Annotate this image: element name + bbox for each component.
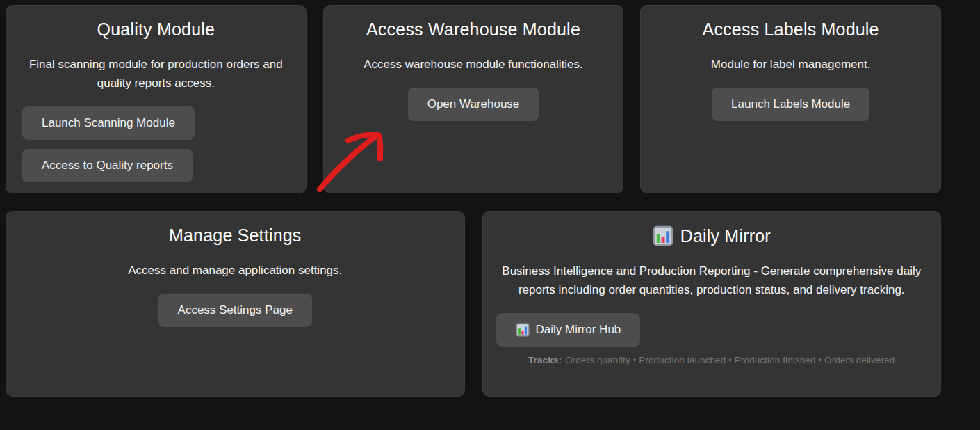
- launch-labels-module-button[interactable]: Launch Labels Module: [712, 88, 869, 121]
- card-labels-module: Access Labels Module Module for label ma…: [640, 5, 941, 193]
- warehouse-module-description: Access warehouse module functionalities.: [334, 55, 613, 74]
- module-dashboard: Quality Module Final scanning module for…: [6, 5, 941, 397]
- daily-mirror-description: Business Intelligence and Production Rep…: [493, 262, 931, 299]
- daily-mirror-hub-button[interactable]: Daily Mirror Hub: [496, 313, 641, 347]
- launch-scanning-module-button[interactable]: Launch Scanning Module: [22, 106, 195, 140]
- dashboard-row-top: Quality Module Final scanning module for…: [6, 5, 941, 193]
- daily-mirror-hub-button-label: Daily Mirror Hub: [536, 323, 621, 337]
- quality-module-buttons: Launch Scanning Module Access to Quality…: [22, 106, 295, 182]
- labels-module-description: Module for label management.: [651, 55, 930, 74]
- card-quality-module: Quality Module Final scanning module for…: [6, 5, 307, 193]
- quality-module-description: Final scanning module for production ord…: [17, 55, 295, 93]
- daily-mirror-title-text: Daily Mirror: [680, 226, 771, 246]
- manage-settings-description: Access and manage application settings.: [17, 261, 454, 280]
- manage-settings-title: Manage Settings: [17, 225, 454, 246]
- dashboard-row-bottom: Manage Settings Access and manage applic…: [6, 211, 941, 397]
- quality-module-title: Quality Module: [17, 19, 295, 40]
- access-settings-page-button[interactable]: Access Settings Page: [158, 294, 312, 327]
- bar-chart-icon: [653, 225, 673, 246]
- labels-module-title: Access Labels Module: [651, 19, 930, 40]
- card-warehouse-module: Access Warehouse Module Access warehouse…: [323, 5, 624, 193]
- warehouse-module-title: Access Warehouse Module: [334, 19, 613, 40]
- tracks-label: Tracks:: [528, 355, 562, 365]
- card-daily-mirror: Daily Mirror Business Intelligence and P…: [482, 211, 942, 397]
- tracks-items: Orders quantity • Production launched • …: [565, 355, 895, 365]
- access-quality-reports-button[interactable]: Access to Quality reports: [22, 149, 193, 182]
- daily-mirror-title: Daily Mirror: [493, 225, 931, 246]
- daily-mirror-actions: Daily Mirror Hub: [496, 313, 931, 347]
- daily-mirror-tracks: Tracks:Orders quantity • Production laun…: [493, 355, 931, 365]
- bar-chart-icon: [516, 323, 530, 337]
- open-warehouse-button[interactable]: Open Warehouse: [408, 88, 539, 121]
- card-manage-settings: Manage Settings Access and manage applic…: [6, 211, 465, 397]
